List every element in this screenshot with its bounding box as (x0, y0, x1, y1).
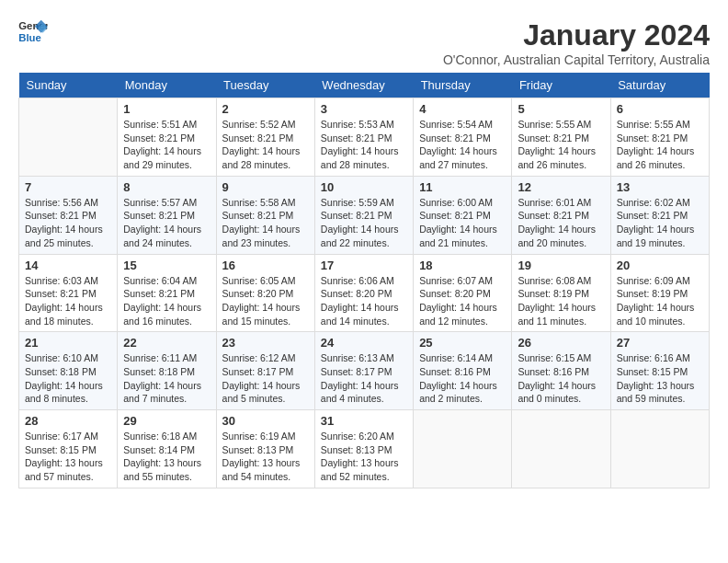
calendar-cell: 8Sunrise: 5:57 AM Sunset: 8:21 PM Daylig… (118, 176, 216, 254)
day-number: 13 (617, 180, 703, 194)
calendar-cell: 20Sunrise: 6:09 AM Sunset: 8:19 PM Dayli… (610, 254, 709, 332)
day-info: Sunrise: 6:13 AM Sunset: 8:17 PM Dayligh… (321, 351, 407, 406)
calendar-cell: 21Sunrise: 6:10 AM Sunset: 8:18 PM Dayli… (19, 332, 118, 410)
calendar-cell: 11Sunrise: 6:00 AM Sunset: 8:21 PM Dayli… (414, 176, 512, 254)
day-info: Sunrise: 6:02 AM Sunset: 8:21 PM Dayligh… (617, 196, 703, 250)
day-number: 20 (617, 259, 703, 272)
day-number: 18 (419, 259, 506, 272)
calendar-cell: 17Sunrise: 6:06 AM Sunset: 8:20 PM Dayli… (314, 254, 413, 332)
day-number: 16 (222, 259, 309, 272)
day-number: 3 (321, 102, 407, 116)
calendar-cell: 15Sunrise: 6:04 AM Sunset: 8:21 PM Dayli… (118, 254, 216, 332)
calendar-cell: 31Sunrise: 6:20 AM Sunset: 8:13 PM Dayli… (314, 410, 413, 488)
day-number: 17 (321, 259, 407, 272)
calendar-table: SundayMondayTuesdayWednesdayThursdayFrid… (18, 73, 710, 488)
day-number: 19 (518, 259, 604, 272)
day-info: Sunrise: 5:55 AM Sunset: 8:21 PM Dayligh… (518, 118, 604, 172)
calendar-week-row: 7Sunrise: 5:56 AM Sunset: 8:21 PM Daylig… (19, 176, 710, 254)
day-info: Sunrise: 6:18 AM Sunset: 8:14 PM Dayligh… (123, 430, 210, 484)
day-info: Sunrise: 6:00 AM Sunset: 8:21 PM Dayligh… (419, 196, 506, 250)
day-number: 11 (419, 180, 506, 194)
day-number: 6 (617, 102, 703, 116)
calendar-cell (19, 98, 118, 177)
day-info: Sunrise: 6:20 AM Sunset: 8:13 PM Dayligh… (321, 430, 407, 484)
day-info: Sunrise: 6:01 AM Sunset: 8:21 PM Dayligh… (518, 196, 604, 250)
calendar-cell: 4Sunrise: 5:54 AM Sunset: 8:21 PM Daylig… (414, 98, 512, 177)
day-info: Sunrise: 5:57 AM Sunset: 8:21 PM Dayligh… (123, 196, 210, 250)
calendar-cell: 30Sunrise: 6:19 AM Sunset: 8:13 PM Dayli… (216, 410, 314, 488)
weekday-header-row: SundayMondayTuesdayWednesdayThursdayFrid… (19, 73, 710, 98)
calendar-cell: 2Sunrise: 5:52 AM Sunset: 8:21 PM Daylig… (216, 98, 314, 177)
calendar-cell: 1Sunrise: 5:51 AM Sunset: 8:21 PM Daylig… (118, 98, 216, 177)
page-header: General Blue January 2024 O'Connor, Aust… (18, 18, 710, 67)
calendar-cell: 13Sunrise: 6:02 AM Sunset: 8:21 PM Dayli… (610, 176, 709, 254)
calendar-cell: 27Sunrise: 6:16 AM Sunset: 8:15 PM Dayli… (610, 332, 709, 410)
calendar-cell (414, 410, 512, 488)
day-info: Sunrise: 6:12 AM Sunset: 8:17 PM Dayligh… (222, 351, 309, 406)
logo: General Blue (18, 18, 48, 44)
weekday-header-saturday: Saturday (610, 73, 709, 98)
day-info: Sunrise: 6:05 AM Sunset: 8:20 PM Dayligh… (222, 274, 309, 328)
day-number: 21 (25, 336, 111, 350)
day-info: Sunrise: 6:11 AM Sunset: 8:18 PM Dayligh… (123, 351, 210, 406)
day-info: Sunrise: 6:19 AM Sunset: 8:13 PM Dayligh… (222, 430, 309, 484)
title-block: January 2024 O'Connor, Australian Capita… (443, 18, 710, 67)
day-number: 12 (518, 180, 604, 194)
day-number: 22 (123, 336, 210, 350)
logo-icon: General Blue (18, 18, 48, 44)
calendar-cell: 16Sunrise: 6:05 AM Sunset: 8:20 PM Dayli… (216, 254, 314, 332)
weekday-header-friday: Friday (512, 73, 610, 98)
day-number: 23 (222, 336, 309, 350)
day-info: Sunrise: 5:54 AM Sunset: 8:21 PM Dayligh… (419, 118, 506, 172)
day-number: 5 (518, 102, 604, 116)
calendar-cell (512, 410, 610, 488)
day-number: 28 (25, 414, 111, 428)
calendar-cell: 23Sunrise: 6:12 AM Sunset: 8:17 PM Dayli… (216, 332, 314, 410)
calendar-cell: 7Sunrise: 5:56 AM Sunset: 8:21 PM Daylig… (19, 176, 118, 254)
day-number: 26 (518, 336, 604, 350)
day-info: Sunrise: 5:58 AM Sunset: 8:21 PM Dayligh… (222, 196, 309, 250)
day-number: 25 (419, 336, 506, 350)
calendar-cell: 10Sunrise: 5:59 AM Sunset: 8:21 PM Dayli… (314, 176, 413, 254)
day-info: Sunrise: 5:59 AM Sunset: 8:21 PM Dayligh… (321, 196, 407, 250)
calendar-cell (610, 410, 709, 488)
calendar-cell: 26Sunrise: 6:15 AM Sunset: 8:16 PM Dayli… (512, 332, 610, 410)
day-info: Sunrise: 6:04 AM Sunset: 8:21 PM Dayligh… (123, 274, 210, 328)
day-info: Sunrise: 6:16 AM Sunset: 8:15 PM Dayligh… (617, 351, 703, 406)
calendar-cell: 28Sunrise: 6:17 AM Sunset: 8:15 PM Dayli… (19, 410, 118, 488)
day-info: Sunrise: 6:09 AM Sunset: 8:19 PM Dayligh… (617, 274, 703, 328)
day-number: 1 (123, 102, 210, 116)
day-info: Sunrise: 5:53 AM Sunset: 8:21 PM Dayligh… (321, 118, 407, 172)
day-info: Sunrise: 6:15 AM Sunset: 8:16 PM Dayligh… (518, 351, 604, 406)
calendar-week-row: 28Sunrise: 6:17 AM Sunset: 8:15 PM Dayli… (19, 410, 710, 488)
calendar-cell: 24Sunrise: 6:13 AM Sunset: 8:17 PM Dayli… (314, 332, 413, 410)
calendar-cell: 9Sunrise: 5:58 AM Sunset: 8:21 PM Daylig… (216, 176, 314, 254)
svg-text:Blue: Blue (18, 32, 41, 43)
day-info: Sunrise: 6:07 AM Sunset: 8:20 PM Dayligh… (419, 274, 506, 328)
day-number: 30 (222, 414, 309, 428)
day-info: Sunrise: 6:14 AM Sunset: 8:16 PM Dayligh… (419, 351, 506, 406)
calendar-cell: 5Sunrise: 5:55 AM Sunset: 8:21 PM Daylig… (512, 98, 610, 177)
day-info: Sunrise: 6:03 AM Sunset: 8:21 PM Dayligh… (25, 274, 111, 328)
calendar-cell: 29Sunrise: 6:18 AM Sunset: 8:14 PM Dayli… (118, 410, 216, 488)
day-info: Sunrise: 5:51 AM Sunset: 8:21 PM Dayligh… (123, 118, 210, 172)
day-number: 15 (123, 259, 210, 272)
calendar-cell: 12Sunrise: 6:01 AM Sunset: 8:21 PM Dayli… (512, 176, 610, 254)
weekday-header-tuesday: Tuesday (216, 73, 314, 98)
day-number: 24 (321, 336, 407, 350)
calendar-week-row: 14Sunrise: 6:03 AM Sunset: 8:21 PM Dayli… (19, 254, 710, 332)
day-number: 7 (25, 180, 111, 194)
day-number: 2 (222, 102, 309, 116)
month-year-title: January 2024 (443, 18, 710, 52)
calendar-cell: 3Sunrise: 5:53 AM Sunset: 8:21 PM Daylig… (314, 98, 413, 177)
day-number: 4 (419, 102, 506, 116)
weekday-header-monday: Monday (118, 73, 216, 98)
calendar-cell: 25Sunrise: 6:14 AM Sunset: 8:16 PM Dayli… (414, 332, 512, 410)
calendar-cell: 18Sunrise: 6:07 AM Sunset: 8:20 PM Dayli… (414, 254, 512, 332)
day-info: Sunrise: 5:55 AM Sunset: 8:21 PM Dayligh… (617, 118, 703, 172)
day-info: Sunrise: 5:52 AM Sunset: 8:21 PM Dayligh… (222, 118, 309, 172)
weekday-header-thursday: Thursday (414, 73, 512, 98)
day-number: 14 (25, 259, 111, 272)
calendar-cell: 6Sunrise: 5:55 AM Sunset: 8:21 PM Daylig… (610, 98, 709, 177)
day-number: 31 (321, 414, 407, 428)
